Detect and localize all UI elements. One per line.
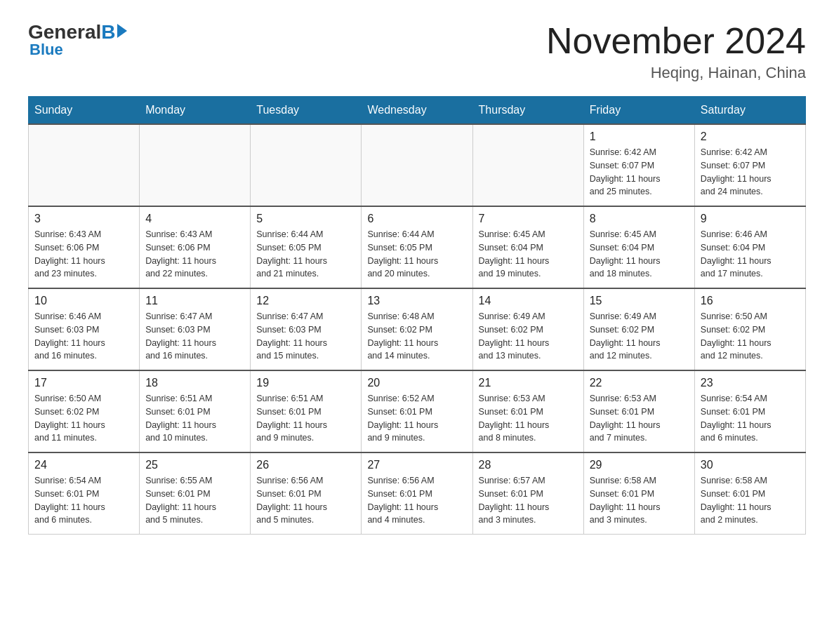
calendar-cell: 8Sunrise: 6:45 AM Sunset: 6:04 PM Daylig… [583, 206, 694, 288]
day-info: Sunrise: 6:49 AM Sunset: 6:02 PM Dayligh… [590, 310, 689, 363]
calendar-cell: 13Sunrise: 6:48 AM Sunset: 6:02 PM Dayli… [362, 288, 472, 370]
week-row-5: 24Sunrise: 6:54 AM Sunset: 6:01 PM Dayli… [29, 452, 806, 535]
logo-blue-label: Blue [29, 41, 63, 59]
week-row-3: 10Sunrise: 6:46 AM Sunset: 6:03 PM Dayli… [29, 288, 806, 370]
day-info: Sunrise: 6:53 AM Sunset: 6:01 PM Dayligh… [590, 392, 689, 445]
calendar-cell: 1Sunrise: 6:42 AM Sunset: 6:07 PM Daylig… [583, 124, 694, 206]
calendar-cell: 11Sunrise: 6:47 AM Sunset: 6:03 PM Dayli… [140, 288, 251, 370]
calendar-cell: 9Sunrise: 6:46 AM Sunset: 6:04 PM Daylig… [694, 206, 805, 288]
day-number: 12 [256, 295, 355, 307]
calendar-header-row: SundayMondayTuesdayWednesdayThursdayFrid… [29, 97, 806, 125]
calendar-cell: 12Sunrise: 6:47 AM Sunset: 6:03 PM Dayli… [251, 288, 362, 370]
day-info: Sunrise: 6:47 AM Sunset: 6:03 PM Dayligh… [145, 310, 244, 363]
day-number: 13 [367, 295, 466, 307]
calendar-cell [29, 124, 140, 206]
day-info: Sunrise: 6:54 AM Sunset: 6:01 PM Dayligh… [701, 392, 800, 445]
day-info: Sunrise: 6:43 AM Sunset: 6:06 PM Dayligh… [145, 228, 244, 281]
calendar-cell: 3Sunrise: 6:43 AM Sunset: 6:06 PM Daylig… [29, 206, 140, 288]
day-info: Sunrise: 6:49 AM Sunset: 6:02 PM Dayligh… [479, 310, 578, 363]
day-info: Sunrise: 6:56 AM Sunset: 6:01 PM Dayligh… [367, 474, 466, 527]
calendar-cell: 21Sunrise: 6:53 AM Sunset: 6:01 PM Dayli… [472, 370, 583, 452]
location-title: Heqing, Hainan, China [546, 64, 806, 82]
calendar-cell: 15Sunrise: 6:49 AM Sunset: 6:02 PM Dayli… [583, 288, 694, 370]
day-number: 30 [701, 459, 800, 471]
day-number: 6 [367, 213, 466, 225]
day-info: Sunrise: 6:55 AM Sunset: 6:01 PM Dayligh… [145, 474, 244, 527]
day-info: Sunrise: 6:42 AM Sunset: 6:07 PM Dayligh… [590, 146, 689, 199]
calendar-cell: 19Sunrise: 6:51 AM Sunset: 6:01 PM Dayli… [251, 370, 362, 452]
day-info: Sunrise: 6:58 AM Sunset: 6:01 PM Dayligh… [701, 474, 800, 527]
calendar-cell: 5Sunrise: 6:44 AM Sunset: 6:05 PM Daylig… [251, 206, 362, 288]
day-number: 24 [34, 459, 133, 471]
day-info: Sunrise: 6:56 AM Sunset: 6:01 PM Dayligh… [256, 474, 355, 527]
title-section: November 2024 Heqing, Hainan, China [546, 21, 806, 82]
day-number: 21 [479, 377, 578, 389]
day-info: Sunrise: 6:58 AM Sunset: 6:01 PM Dayligh… [590, 474, 689, 527]
calendar-cell: 25Sunrise: 6:55 AM Sunset: 6:01 PM Dayli… [140, 452, 251, 535]
calendar-cell: 27Sunrise: 6:56 AM Sunset: 6:01 PM Dayli… [362, 452, 472, 535]
calendar-cell: 4Sunrise: 6:43 AM Sunset: 6:06 PM Daylig… [140, 206, 251, 288]
day-info: Sunrise: 6:45 AM Sunset: 6:04 PM Dayligh… [479, 228, 578, 281]
day-number: 15 [590, 295, 689, 307]
calendar-cell: 2Sunrise: 6:42 AM Sunset: 6:07 PM Daylig… [694, 124, 805, 206]
calendar-cell: 18Sunrise: 6:51 AM Sunset: 6:01 PM Dayli… [140, 370, 251, 452]
day-info: Sunrise: 6:44 AM Sunset: 6:05 PM Dayligh… [256, 228, 355, 281]
day-number: 29 [590, 459, 689, 471]
day-info: Sunrise: 6:54 AM Sunset: 6:01 PM Dayligh… [34, 474, 133, 527]
day-number: 7 [479, 213, 578, 225]
day-info: Sunrise: 6:44 AM Sunset: 6:05 PM Dayligh… [367, 228, 466, 281]
calendar-header-thursday: Thursday [472, 97, 583, 125]
day-number: 23 [701, 377, 800, 389]
day-number: 2 [701, 130, 800, 143]
week-row-1: 1Sunrise: 6:42 AM Sunset: 6:07 PM Daylig… [29, 124, 806, 206]
day-number: 22 [590, 377, 689, 389]
day-info: Sunrise: 6:46 AM Sunset: 6:03 PM Dayligh… [34, 310, 133, 363]
calendar-cell: 22Sunrise: 6:53 AM Sunset: 6:01 PM Dayli… [583, 370, 694, 452]
calendar-cell: 24Sunrise: 6:54 AM Sunset: 6:01 PM Dayli… [29, 452, 140, 535]
calendar-cell [251, 124, 362, 206]
calendar-header-monday: Monday [140, 97, 251, 125]
day-info: Sunrise: 6:50 AM Sunset: 6:02 PM Dayligh… [701, 310, 800, 363]
calendar-cell: 6Sunrise: 6:44 AM Sunset: 6:05 PM Daylig… [362, 206, 472, 288]
calendar-cell: 17Sunrise: 6:50 AM Sunset: 6:02 PM Dayli… [29, 370, 140, 452]
day-info: Sunrise: 6:47 AM Sunset: 6:03 PM Dayligh… [256, 310, 355, 363]
calendar-cell [140, 124, 251, 206]
calendar-cell [362, 124, 472, 206]
calendar-cell: 29Sunrise: 6:58 AM Sunset: 6:01 PM Dayli… [583, 452, 694, 535]
day-number: 25 [145, 459, 244, 471]
day-number: 28 [479, 459, 578, 471]
calendar-cell: 30Sunrise: 6:58 AM Sunset: 6:01 PM Dayli… [694, 452, 805, 535]
logo: General B Blue [28, 21, 127, 59]
week-row-2: 3Sunrise: 6:43 AM Sunset: 6:06 PM Daylig… [29, 206, 806, 288]
day-number: 9 [701, 213, 800, 225]
day-info: Sunrise: 6:57 AM Sunset: 6:01 PM Dayligh… [479, 474, 578, 527]
calendar-cell: 23Sunrise: 6:54 AM Sunset: 6:01 PM Dayli… [694, 370, 805, 452]
month-title: November 2024 [546, 21, 806, 61]
day-info: Sunrise: 6:48 AM Sunset: 6:02 PM Dayligh… [367, 310, 466, 363]
day-number: 16 [701, 295, 800, 307]
day-number: 1 [590, 130, 689, 143]
day-number: 14 [479, 295, 578, 307]
logo-triangle-icon [117, 24, 127, 38]
calendar-cell: 26Sunrise: 6:56 AM Sunset: 6:01 PM Dayli… [251, 452, 362, 535]
day-info: Sunrise: 6:46 AM Sunset: 6:04 PM Dayligh… [701, 228, 800, 281]
day-info: Sunrise: 6:42 AM Sunset: 6:07 PM Dayligh… [701, 146, 800, 199]
calendar-cell: 7Sunrise: 6:45 AM Sunset: 6:04 PM Daylig… [472, 206, 583, 288]
day-number: 11 [145, 295, 244, 307]
calendar-cell: 16Sunrise: 6:50 AM Sunset: 6:02 PM Dayli… [694, 288, 805, 370]
calendar-header-saturday: Saturday [694, 97, 805, 125]
day-number: 10 [34, 295, 133, 307]
logo-blue-text: B [101, 21, 115, 43]
calendar-table: SundayMondayTuesdayWednesdayThursdayFrid… [28, 96, 806, 535]
calendar-cell [472, 124, 583, 206]
calendar-header-sunday: Sunday [29, 97, 140, 125]
day-info: Sunrise: 6:50 AM Sunset: 6:02 PM Dayligh… [34, 392, 133, 445]
page-header: General B Blue November 2024 Heqing, Hai… [28, 21, 806, 82]
calendar-header-friday: Friday [583, 97, 694, 125]
calendar-cell: 14Sunrise: 6:49 AM Sunset: 6:02 PM Dayli… [472, 288, 583, 370]
day-number: 5 [256, 213, 355, 225]
day-info: Sunrise: 6:43 AM Sunset: 6:06 PM Dayligh… [34, 228, 133, 281]
day-number: 4 [145, 213, 244, 225]
day-number: 8 [590, 213, 689, 225]
day-info: Sunrise: 6:45 AM Sunset: 6:04 PM Dayligh… [590, 228, 689, 281]
